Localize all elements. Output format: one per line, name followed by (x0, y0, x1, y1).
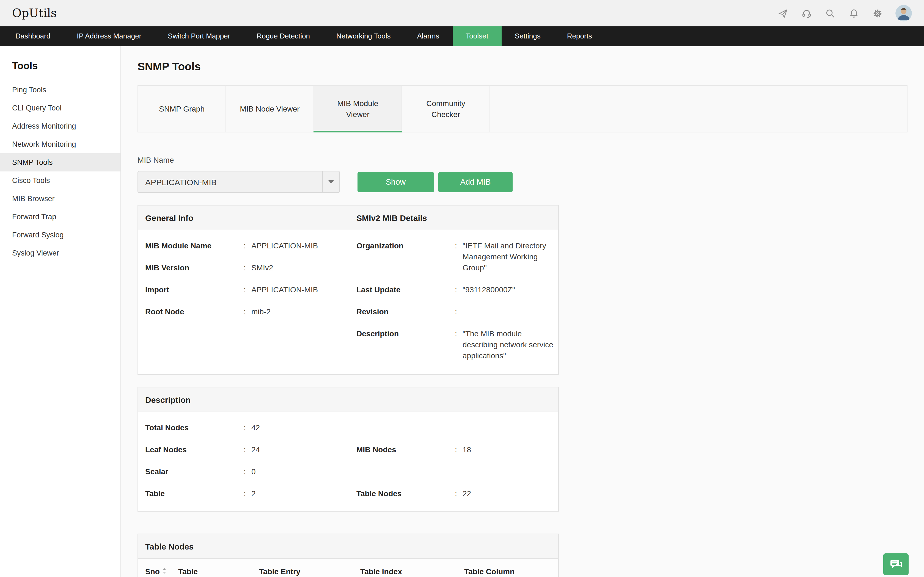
headset-icon[interactable] (801, 8, 812, 19)
tab-mib-module-viewer[interactable]: MIB Module Viewer (314, 86, 402, 132)
sidebar-item-syslog-viewer[interactable]: Syslog Viewer (0, 244, 120, 262)
nav-item-rogue-detection[interactable]: Rogue Detection (243, 26, 323, 46)
description-panel: Description Total Nodes42 Leaf Nodes24 (137, 387, 559, 512)
launch-icon[interactable] (777, 8, 788, 19)
search-icon[interactable] (824, 8, 835, 19)
row-value: 2 (251, 488, 349, 499)
tab-label: Community Checker (414, 98, 477, 120)
column-header-table-index: Table Index (360, 567, 464, 576)
row-table-nodes: Table Nodes22 (349, 482, 558, 504)
feedback-chat-button[interactable] (883, 553, 909, 575)
colon (244, 422, 251, 433)
row-label: Total Nodes (145, 422, 244, 433)
row-root-node: Root Nodemib-2 (138, 301, 349, 322)
row-label: Revision (356, 306, 455, 317)
sidebar-item-forward-trap[interactable]: Forward Trap (0, 208, 120, 226)
sidebar-item-cisco-tools[interactable]: Cisco Tools (0, 171, 120, 190)
row-label: MIB Version (145, 262, 244, 273)
add-mib-button[interactable]: Add MIB (438, 172, 513, 192)
table-nodes-panel: Table Nodes Sno Table Table Entry Table … (137, 533, 559, 577)
sidebar-item-mib-browser[interactable]: MIB Browser (0, 190, 120, 208)
description-title: Description (138, 395, 558, 404)
gear-icon[interactable] (872, 8, 883, 19)
nav-item-networking-tools[interactable]: Networking Tools (323, 26, 404, 46)
row-value: 24 (251, 444, 349, 455)
desc-row-total-nodes: Total Nodes42 (138, 417, 558, 438)
tab-community-checker[interactable]: Community Checker (402, 86, 490, 132)
row-label: Import (145, 284, 244, 295)
sidebar-item-ping-tools[interactable]: Ping Tools (0, 81, 120, 99)
user-avatar[interactable] (895, 5, 912, 21)
sidebar-title: Tools (0, 46, 120, 81)
nav-item-ip-address-manager[interactable]: IP Address Manager (63, 26, 155, 46)
colon (455, 488, 462, 499)
row-value: SMIv2 (251, 262, 349, 273)
nav-item-settings[interactable]: Settings (502, 26, 554, 46)
row-scalar: Scalar0 (138, 461, 349, 482)
sidebar-item-cli-query-tool[interactable]: CLI Query Tool (0, 99, 120, 117)
nav-item-toolset[interactable]: Toolset (452, 26, 501, 46)
row-value: 18 (462, 444, 558, 455)
general-info-panel: General Info SMIv2 MIB Details MIB Modul… (137, 205, 559, 375)
nav-item-reports[interactable]: Reports (554, 26, 605, 46)
row-value: "The MIB module describing network servi… (462, 328, 557, 361)
description-body: Total Nodes42 Leaf Nodes24 MIB Nodes18 (138, 412, 558, 511)
row-label: Last Update (356, 284, 455, 295)
row-organization: Organization"IETF Mail and Directory Man… (349, 235, 558, 279)
show-button[interactable]: Show (357, 172, 434, 192)
tab-snmp-graph[interactable]: SNMP Graph (138, 86, 226, 132)
chevron-down-icon[interactable] (322, 171, 339, 192)
row-label: MIB Module Name (145, 240, 244, 251)
sidebar-item-forward-syslog[interactable]: Forward Syslog (0, 226, 120, 244)
desc-row-scalar: Scalar0 (138, 461, 558, 482)
colon (455, 284, 462, 295)
snmp-tools-tabstrip: SNMP Graph MIB Node Viewer MIB Module Vi… (137, 85, 908, 132)
row-leaf-nodes: Leaf Nodes24 (138, 438, 349, 461)
topbar: OpUtils (0, 0, 924, 26)
row-value: "IETF Mail and Directory Management Work… (462, 240, 557, 273)
smiv2-mib-details-title: SMIv2 MIB Details (349, 213, 558, 222)
sidebar: Tools Ping Tools CLI Query Tool Address … (0, 46, 121, 577)
row-value: 42 (251, 422, 349, 433)
row-table: Table2 (138, 482, 349, 504)
table-nodes-header: Table Nodes (138, 534, 558, 559)
row-label: Organization (356, 240, 455, 251)
row-description: Description"The MIB module describing ne… (349, 322, 558, 366)
nav-item-dashboard[interactable]: Dashboard (2, 26, 63, 46)
mib-form-row: APPLICATION-MIB Show Add MIB (137, 171, 908, 193)
bell-icon[interactable] (848, 8, 859, 19)
colon (244, 466, 251, 477)
sidebar-item-network-monitoring[interactable]: Network Monitoring (0, 135, 120, 153)
row-import: ImportAPPLICATION-MIB (138, 279, 349, 301)
row-label: Leaf Nodes (145, 444, 244, 455)
column-header-sno[interactable]: Sno (145, 567, 178, 576)
smiv2-details-column: Organization"IETF Mail and Directory Man… (349, 235, 558, 366)
mib-name-label: MIB Name (137, 156, 908, 164)
colon (244, 284, 251, 295)
colon (455, 240, 462, 251)
nav-item-switch-port-mapper[interactable]: Switch Port Mapper (155, 26, 243, 46)
row-total-nodes: Total Nodes42 (138, 417, 349, 438)
row-mib-module-name: MIB Module NameAPPLICATION-MIB (138, 235, 349, 256)
row-value: 22 (462, 488, 558, 499)
desc-row-leaf-nodes: Leaf Nodes24 MIB Nodes18 (138, 438, 558, 461)
row-label: Scalar (145, 466, 244, 477)
desc-row-table: Table2 Table Nodes22 (138, 482, 558, 504)
sidebar-item-snmp-tools[interactable]: SNMP Tools (0, 153, 120, 171)
row-value: mib-2 (251, 306, 349, 317)
row-revision: Revision (349, 301, 558, 322)
mib-select-value: APPLICATION-MIB (138, 177, 217, 187)
row-value: 0 (251, 466, 349, 477)
mib-name-select[interactable]: APPLICATION-MIB (137, 171, 340, 193)
tab-mib-node-viewer[interactable]: MIB Node Viewer (226, 86, 314, 132)
nav-item-alarms[interactable]: Alarms (404, 26, 452, 46)
sort-icon[interactable] (163, 567, 167, 576)
row-mib-nodes: MIB Nodes18 (349, 438, 558, 461)
column-header-table: Table (178, 567, 259, 576)
row-mib-version: MIB VersionSMIv2 (138, 256, 349, 279)
colon (244, 262, 251, 273)
colon (244, 306, 251, 317)
sidebar-item-address-monitoring[interactable]: Address Monitoring (0, 117, 120, 135)
main-nav: Dashboard IP Address Manager Switch Port… (0, 26, 924, 46)
tab-label: SNMP Graph (159, 103, 205, 114)
